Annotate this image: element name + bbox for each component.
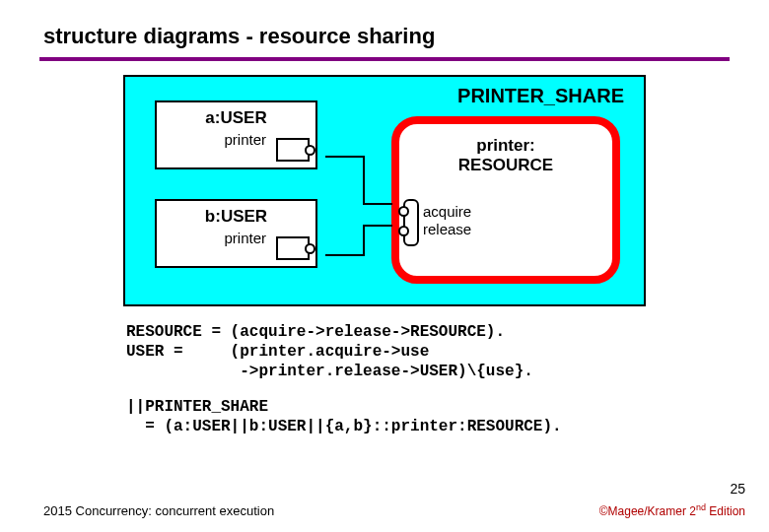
- printer-share-title: PRINTER_SHARE: [457, 85, 624, 107]
- connector-line: [363, 225, 392, 227]
- footer-left: 2015 Concurrency: concurrent execution: [43, 503, 274, 518]
- port-circle-icon: [305, 145, 315, 156]
- footer-copyright: ©Magee/Kramer: [599, 504, 690, 518]
- user-a-port-label: printer: [224, 131, 266, 148]
- connector-line: [325, 254, 365, 256]
- resource-label-2: RESOURCE: [399, 156, 612, 175]
- resource-label-1: printer:: [399, 136, 612, 156]
- resource-box: printer: RESOURCE acquire release: [391, 116, 620, 284]
- footer-right: ©Magee/Kramer 2nd Edition: [599, 502, 745, 518]
- fsp-code-printer-share: ||PRINTER_SHARE = (a:USER||b:USER||{a,b}…: [126, 397, 720, 436]
- user-a-port-box: [276, 138, 310, 162]
- slide-title: structure diagrams - resource sharing: [0, 0, 769, 57]
- printer-share-box: PRINTER_SHARE a:USER printer b:USER prin…: [123, 75, 646, 306]
- footer-edition-tail: Edition: [706, 504, 745, 518]
- connector-line: [363, 203, 392, 205]
- structure-diagram: PRINTER_SHARE a:USER printer b:USER prin…: [123, 75, 646, 306]
- connector-line: [325, 156, 365, 158]
- user-b-label: b:USER: [157, 207, 315, 227]
- user-a-label: a:USER: [157, 108, 315, 128]
- port-circle-icon: [305, 243, 315, 254]
- fsp-code-resource-user: RESOURCE = (acquire->release->RESOURCE).…: [126, 322, 720, 381]
- footer-edition-num: 2: [689, 504, 696, 518]
- slide-number: 25: [730, 481, 745, 497]
- resource-release-label: release: [423, 221, 471, 237]
- user-b-box: b:USER printer: [155, 199, 317, 268]
- footer-edition-suffix: nd: [696, 502, 706, 512]
- title-underline: [39, 57, 730, 61]
- port-circle-icon: [398, 226, 409, 236]
- resource-acquire-label: acquire: [423, 203, 471, 220]
- connector-line: [363, 225, 365, 256]
- user-a-box: a:USER printer: [155, 100, 317, 169]
- connector-line: [363, 156, 365, 205]
- user-b-port-label: printer: [224, 230, 266, 246]
- user-b-port-box: [276, 236, 310, 260]
- port-circle-icon: [398, 206, 409, 217]
